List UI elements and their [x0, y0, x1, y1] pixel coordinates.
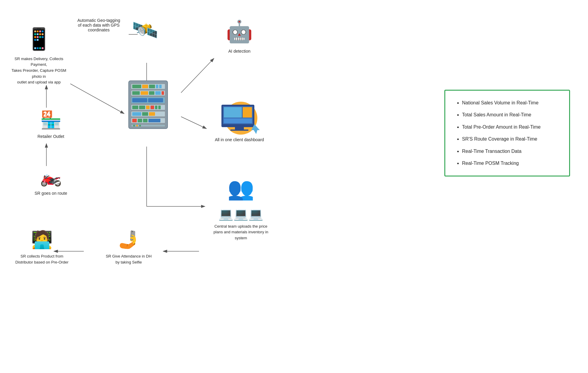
svg-rect-42 — [138, 119, 142, 122]
team-label: Central team uploads the price plans and… — [214, 224, 268, 240]
server-node — [117, 78, 180, 133]
svg-point-48 — [139, 125, 141, 127]
server-rack-icon — [126, 78, 171, 132]
retailer-label: Retailer Outlet — [37, 134, 64, 139]
phone-node: 📱 SR makes Delivery, Collects Payment, T… — [9, 24, 69, 85]
sr-route-node: 🏍️ SR goes on route — [24, 165, 78, 197]
svg-rect-34 — [155, 106, 157, 109]
svg-rect-57 — [230, 130, 248, 131]
svg-rect-33 — [151, 106, 154, 109]
satellite-icon: 🛰️ — [126, 15, 165, 45]
phone-label: SR makes Delivery, Collects Payment, Tak… — [12, 57, 66, 84]
svg-point-46 — [133, 125, 135, 127]
svg-rect-53 — [224, 107, 242, 118]
retailer-node: 🏪 Retailer Outlet — [24, 108, 78, 140]
feature-box: National Sales Volume in Real-Time Total… — [444, 90, 570, 176]
svg-rect-54 — [243, 107, 252, 118]
svg-rect-21 — [132, 91, 140, 95]
feature-item-6: Real-Time POSM Tracking — [462, 160, 558, 167]
team-icon: 👥 — [200, 173, 281, 204]
svg-rect-31 — [139, 106, 145, 109]
feature-item-1: National Sales Volume in Real-Time — [462, 100, 558, 106]
attendance-node: 🤳 SR Give Attendance in DH by taking Sel… — [96, 227, 162, 265]
geo-tagging-label: Automatic Geo-tagging of each data with … — [69, 18, 129, 32]
feature-item-3: Total Pre-Order Amount in Real-Time — [462, 124, 558, 130]
motorcycle-icon: 🏍️ — [24, 165, 78, 189]
svg-rect-24 — [155, 91, 161, 95]
svg-rect-41 — [132, 119, 137, 122]
attendance-label: SR Give Attendance in DH by taking Selfi… — [106, 254, 151, 264]
svg-rect-35 — [158, 106, 161, 109]
feature-item-5: Real-Time Transaction Data — [462, 148, 558, 155]
person-desk-icon: 🧑‍💻 — [9, 227, 75, 252]
svg-rect-18 — [156, 85, 158, 88]
retailer-icon: 🏪 — [24, 108, 78, 132]
laptop-icons: 💻💻💻 — [200, 205, 281, 222]
feature-list: National Sales Volume in Real-Time Total… — [456, 100, 558, 167]
feature-item-2: Total Sales Amount in Real-Time — [462, 112, 558, 118]
phone-icon: 📱 — [9, 24, 69, 54]
svg-rect-56 — [235, 127, 244, 130]
dashboard-node: All in one client dashboard — [203, 99, 275, 143]
ai-label: AI detection — [228, 49, 250, 54]
diagram-container: Automatic Geo-tagging of each data with … — [0, 0, 588, 373]
svg-line-3 — [70, 84, 124, 114]
svg-rect-55 — [224, 118, 252, 123]
sr-route-label: SR goes on route — [35, 191, 67, 196]
svg-rect-25 — [162, 91, 164, 95]
svg-rect-38 — [142, 112, 148, 116]
team-node: 👥 💻💻💻 Central team uploads the price pla… — [200, 173, 281, 241]
feature-item-4: SR'S Route Coverage in Real-Time — [462, 136, 558, 142]
ai-node: 🤖 AI detection — [209, 16, 269, 54]
svg-rect-39 — [149, 112, 155, 116]
svg-rect-43 — [143, 119, 148, 122]
svg-point-47 — [136, 125, 138, 127]
sr-collect-node: 🧑‍💻 SR collects Product from Distributor… — [9, 227, 75, 265]
dashboard-label: All in one client dashboard — [215, 137, 264, 142]
svg-rect-19 — [159, 85, 162, 88]
svg-line-5 — [181, 58, 214, 93]
svg-rect-30 — [132, 106, 138, 109]
svg-rect-15 — [132, 85, 141, 88]
satellite-node: 🛰️ — [126, 15, 165, 47]
svg-rect-16 — [142, 85, 148, 88]
svg-rect-32 — [146, 106, 150, 109]
svg-rect-22 — [141, 91, 148, 95]
svg-rect-37 — [132, 112, 141, 116]
dashboard-icon — [215, 99, 263, 135]
ai-icon: 🤖 — [209, 16, 269, 47]
selfie-icon: 🤳 — [96, 227, 162, 252]
svg-rect-28 — [148, 98, 163, 102]
svg-rect-44 — [148, 119, 160, 122]
svg-rect-17 — [149, 85, 155, 88]
svg-line-6 — [181, 117, 206, 129]
svg-rect-23 — [149, 91, 154, 95]
arrows-svg — [0, 0, 588, 373]
sr-collect-label: SR collects Product from Distributor bas… — [15, 254, 69, 264]
svg-rect-27 — [132, 98, 147, 102]
